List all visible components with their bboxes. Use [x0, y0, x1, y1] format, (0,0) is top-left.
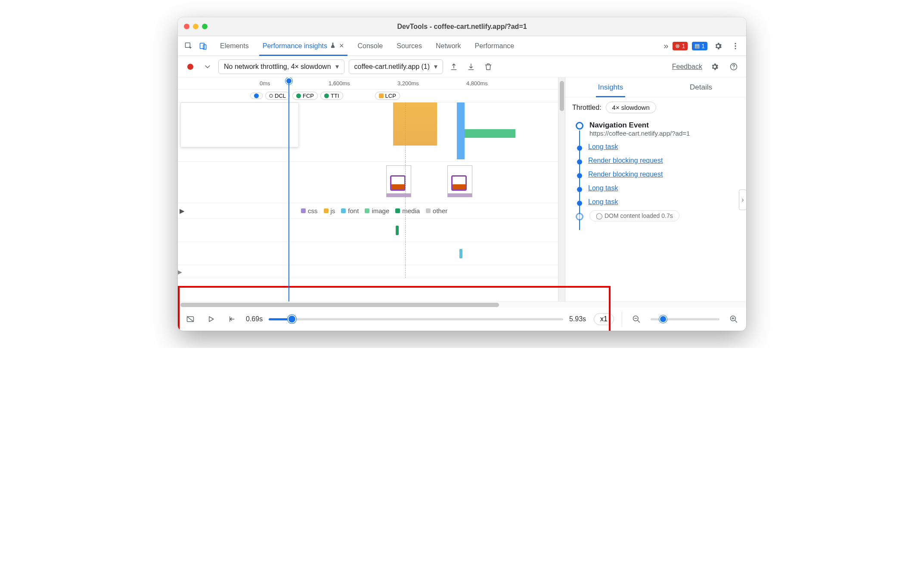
- network-track[interactable]: [178, 219, 565, 242]
- error-badge[interactable]: ⊗1: [673, 42, 688, 50]
- insight-link[interactable]: Render blocking request: [588, 171, 663, 178]
- extra-track[interactable]: ▶: [178, 265, 565, 278]
- error-icon: ⊗: [675, 43, 680, 49]
- marker-dcl[interactable]: DCL: [265, 92, 290, 100]
- export-icon[interactable]: [447, 60, 460, 73]
- svg-rect-1: [200, 43, 205, 49]
- zoom-slider[interactable]: [651, 318, 719, 320]
- feedback-link[interactable]: Feedback: [672, 63, 702, 71]
- marker-guideline: [405, 203, 406, 218]
- event-title: Navigation Event: [589, 121, 690, 130]
- marker-lcp[interactable]: LCP: [375, 92, 400, 100]
- panel-settings-icon[interactable]: [708, 60, 721, 73]
- expand-track-icon[interactable]: ▶: [178, 268, 182, 275]
- slider-track[interactable]: [269, 318, 563, 320]
- tab-details[interactable]: Details: [656, 78, 746, 97]
- slider-knob[interactable]: [288, 315, 296, 323]
- time-ruler[interactable]: 0ms 1,600ms 3,200ms 4,800ms: [178, 78, 565, 90]
- zoom-in-icon[interactable]: [727, 313, 740, 326]
- overview-track[interactable]: [178, 102, 565, 162]
- filmstrip-thumbnail[interactable]: [447, 165, 472, 197]
- tab-label: Performance: [475, 42, 515, 50]
- filmstrip-thumbnail[interactable]: [386, 165, 411, 197]
- legend-label: css: [308, 207, 318, 214]
- dcl-chip[interactable]: ◯DOM content loaded 0.7s: [589, 210, 679, 221]
- marker-fcp[interactable]: FCP: [292, 92, 318, 100]
- marker-guideline: [405, 102, 406, 161]
- record-button[interactable]: [184, 60, 197, 73]
- tab-console[interactable]: Console: [357, 36, 384, 56]
- navigation-event[interactable]: Navigation Event https://coffee-cart.net…: [576, 121, 739, 137]
- track-event[interactable]: [459, 249, 462, 258]
- event-node-icon: [577, 201, 582, 206]
- device-toggle-icon[interactable]: [197, 40, 210, 53]
- viewport-selection[interactable]: [180, 102, 299, 147]
- gpu-track[interactable]: [178, 242, 565, 265]
- tab-network[interactable]: Network: [435, 36, 462, 56]
- marker-dot-icon: [269, 94, 273, 98]
- insight-item[interactable]: Render blocking request: [576, 171, 739, 178]
- insight-link[interactable]: Long task: [588, 143, 618, 150]
- play-button[interactable]: [205, 313, 217, 326]
- import-icon[interactable]: [465, 60, 478, 73]
- footer-separator: [622, 311, 622, 327]
- tab-performance[interactable]: Performance: [474, 36, 515, 56]
- marker-label: LCP: [385, 93, 396, 99]
- playback-speed[interactable]: x1: [594, 313, 614, 325]
- throttling-select-value: No network throttling, 4× slowdown: [224, 63, 331, 71]
- insight-link[interactable]: Long task: [588, 184, 618, 192]
- legend-label: js: [331, 207, 335, 214]
- vertical-scrollbar[interactable]: [558, 78, 565, 301]
- tab-performance-insights[interactable]: Performance insights ×: [262, 36, 345, 56]
- settings-icon[interactable]: [712, 40, 725, 53]
- ruler-tick: 3,200ms: [397, 80, 419, 87]
- more-tabs-icon[interactable]: »: [664, 41, 668, 51]
- tab-sources[interactable]: Sources: [396, 36, 423, 56]
- svg-point-3: [735, 43, 736, 44]
- insight-link[interactable]: Long task: [588, 198, 618, 205]
- dcl-event[interactable]: ◯DOM content loaded 0.7s: [576, 212, 739, 220]
- filmstrip-track[interactable]: [178, 162, 565, 203]
- page-select-value: coffee-cart.netlify.app (1): [354, 63, 430, 71]
- track-event[interactable]: [396, 226, 399, 235]
- scrollbar-thumb[interactable]: [560, 81, 564, 111]
- throttled-chip[interactable]: 4× slowdown: [606, 102, 656, 113]
- expand-track-icon[interactable]: ▶: [180, 207, 185, 215]
- toggle-screenshots-icon[interactable]: [184, 313, 197, 326]
- marker-dot-icon: [254, 93, 259, 98]
- help-icon[interactable]: [727, 60, 740, 73]
- insight-item[interactable]: Long task: [576, 143, 739, 151]
- tab-insights[interactable]: Insights: [565, 78, 656, 97]
- zoom-out-icon[interactable]: [630, 313, 643, 326]
- insight-item[interactable]: Long task: [576, 198, 739, 206]
- insight-item[interactable]: Long task: [576, 184, 739, 192]
- throttled-row: Throttled: 4× slowdown: [565, 97, 746, 118]
- scrollbar-thumb[interactable]: [180, 303, 499, 307]
- marker-guideline: [405, 242, 406, 265]
- marker-tti[interactable]: TTI: [320, 92, 343, 100]
- playback-slider[interactable]: 0.69s 5.93s: [246, 315, 586, 323]
- close-tab-icon[interactable]: ×: [339, 41, 344, 50]
- message-icon: ▤: [695, 43, 700, 49]
- sidebar-toggle[interactable]: ›: [739, 189, 746, 210]
- marker-guideline: [405, 162, 406, 203]
- legend-css: css: [301, 207, 318, 214]
- page-select[interactable]: coffee-cart.netlify.app (1) ▾: [349, 59, 443, 74]
- insight-item[interactable]: Render blocking request: [576, 157, 739, 165]
- caret-down-icon: ▾: [335, 62, 339, 71]
- delete-icon[interactable]: [482, 60, 495, 73]
- messages-badge[interactable]: ▤1: [692, 42, 707, 50]
- insight-link[interactable]: Render blocking request: [588, 157, 663, 164]
- rewind-button[interactable]: [225, 313, 238, 326]
- tab-elements[interactable]: Elements: [219, 36, 250, 56]
- throttling-select[interactable]: No network throttling, 4× slowdown ▾: [218, 59, 344, 74]
- marker-badge[interactable]: [250, 93, 263, 99]
- timeline-panel[interactable]: 0ms 1,600ms 3,200ms 4,800ms DCL FCP TTI …: [178, 78, 565, 301]
- devtools-tabbar: Elements Performance insights × Console …: [178, 36, 746, 56]
- zoom-knob[interactable]: [659, 315, 667, 323]
- horizontal-scrollbar[interactable]: [178, 301, 746, 307]
- inspect-element-icon[interactable]: [182, 40, 195, 53]
- hollow-dot-icon: ◯: [596, 212, 603, 219]
- kebab-menu-icon[interactable]: [729, 40, 742, 53]
- record-options-caret[interactable]: [201, 60, 214, 73]
